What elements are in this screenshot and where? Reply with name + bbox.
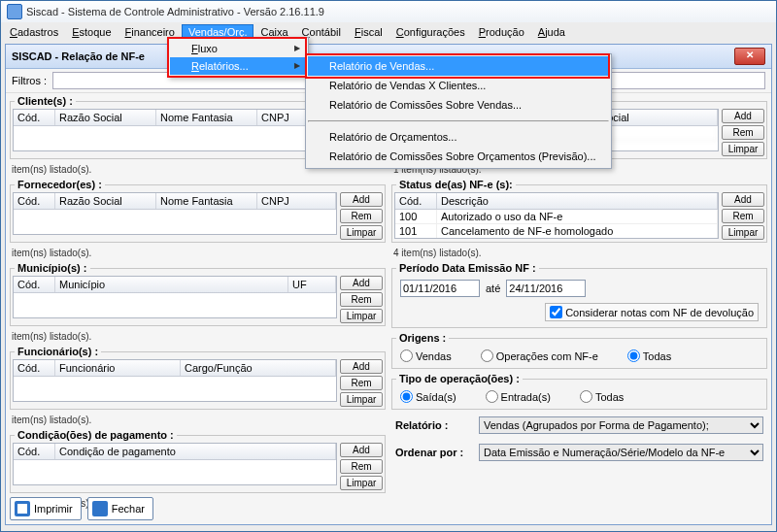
group-tipoop-legend: Tipo de operação(ões) : — [396, 373, 523, 384]
submenu-item-relatriodecomissessobrevendas[interactable]: Relatório de Comissões Sobre Vendas... — [308, 95, 609, 115]
empresas-rem-button[interactable]: Rem — [722, 125, 764, 140]
municipios-rem-button[interactable]: Rem — [340, 292, 383, 307]
condpag-rem-button[interactable]: Rem — [340, 459, 383, 474]
municipios-limpar-button[interactable]: Limpar — [340, 309, 383, 323]
fornecedores-status: item(ns) listado(s). — [10, 247, 386, 258]
considerar-devolucao-check[interactable]: Considerar notas com NF de devolução — [545, 303, 759, 321]
menu-item-fluxo[interactable]: Fluxo — [170, 40, 306, 57]
radio-input[interactable] — [580, 390, 592, 403]
col-header[interactable]: Condição de pagamento — [55, 444, 336, 459]
empresas-add-button[interactable]: Add — [722, 109, 764, 123]
statusnfe-grid[interactable]: Cód.Descrição 100Autorizado o uso da NF-… — [394, 192, 719, 239]
radio-sadas[interactable]: Saída(s) — [400, 390, 456, 403]
periodo-ate-label: até — [486, 283, 500, 294]
menu-cadastros[interactable]: Cadastros — [3, 24, 65, 40]
group-condpag: Condição(ões) de pagamento : Cód.Condiçã… — [10, 429, 386, 493]
funcionarios-limpar-button[interactable]: Limpar — [340, 392, 383, 407]
group-statusnfe-legend: Status de(as) NF-e (s): — [396, 179, 516, 190]
group-periodo: Período Data Emissão NF : até Considerar… — [391, 262, 767, 328]
fechar-label: Fechar — [112, 503, 145, 515]
submenu-item-relatriodevendasxclientes[interactable]: Relatório de Vendas X Clientes... — [308, 76, 609, 95]
group-statusnfe: Status de(as) NF-e (s): Cód.Descrição 10… — [391, 179, 767, 243]
radio-input[interactable] — [400, 349, 413, 362]
ordenar-label: Ordenar por : — [395, 447, 475, 458]
relatorio-label: Relatório : — [395, 419, 475, 431]
radio-vendas[interactable]: Vendas — [400, 349, 452, 362]
fornecedores-add-button[interactable]: Add — [340, 192, 383, 207]
radio-todas[interactable]: Todas — [627, 349, 671, 362]
filtros-label: Filtros : — [12, 75, 47, 86]
col-header[interactable]: Razão Social — [55, 110, 156, 125]
radio-todas[interactable]: Todas — [580, 390, 624, 403]
close-square-icon — [92, 501, 108, 516]
funcionarios-rem-button[interactable]: Rem — [340, 376, 383, 390]
funcionarios-grid[interactable]: Cód.FuncionárioCargo/Função — [13, 359, 337, 402]
col-header[interactable]: Cód. — [395, 193, 437, 209]
col-header[interactable]: Nome Fantasia — [156, 110, 257, 125]
fornecedores-limpar-button[interactable]: Limpar — [340, 225, 383, 240]
considerar-devolucao-checkbox[interactable] — [550, 306, 562, 318]
radio-input[interactable] — [627, 349, 640, 362]
menu-ajuda[interactable]: Ajuda — [531, 24, 572, 40]
empresas-limpar-button[interactable]: Limpar — [722, 142, 764, 156]
table-row[interactable]: 101Cancelamento de NF-e homologado — [395, 224, 718, 239]
close-icon[interactable]: ✕ — [734, 48, 765, 65]
menu-estoque[interactable]: Estoque — [65, 24, 118, 40]
fornecedores-rem-button[interactable]: Rem — [340, 209, 383, 223]
statusnfe-status: 4 item(ns) listado(s). — [391, 247, 767, 258]
condpag-add-button[interactable]: Add — [340, 443, 383, 457]
menu-item-relatrios[interactable]: Relatórios... — [170, 57, 306, 75]
col-header[interactable]: CNPJ — [257, 193, 336, 209]
condpag-grid[interactable]: Cód.Condição de pagamento — [13, 443, 337, 485]
considerar-devolucao-label: Considerar notas com NF de devolução — [565, 307, 754, 318]
table-row[interactable]: 100Autorizado o uso da NF-e — [395, 210, 718, 224]
menu-produo[interactable]: Produção — [472, 24, 531, 40]
fornecedores-grid[interactable]: Cód.Razão SocialNome FantasiaCNPJ — [13, 192, 337, 235]
col-header[interactable]: Cargo/Função — [181, 360, 336, 376]
municipios-add-button[interactable]: Add — [340, 276, 383, 290]
col-header[interactable]: Descrição — [437, 193, 718, 209]
col-header[interactable]: Funcionário — [55, 360, 181, 376]
col-header[interactable]: Cód. — [14, 360, 55, 376]
group-origens-legend: Origens : — [396, 332, 449, 344]
clientes-grid[interactable]: Cód.Razão SocialNome FantasiaCNPJ — [13, 109, 337, 151]
col-header[interactable]: Cód. — [14, 444, 55, 459]
periodo-de-input[interactable] — [400, 280, 480, 297]
col-header[interactable]: UF — [288, 277, 336, 292]
statusnfe-limpar-button[interactable]: Limpar — [722, 225, 764, 240]
statusnfe-rem-button[interactable]: Rem — [722, 209, 764, 223]
radio-entradas[interactable]: Entrada(s) — [486, 390, 551, 403]
col-header[interactable]: Cód. — [14, 193, 55, 209]
relatorio-select[interactable]: Vendas (Agrupados por Forma de Pagamento… — [479, 416, 763, 434]
submenu-item-relatriodevendas[interactable]: Relatório de Vendas... — [308, 56, 609, 76]
col-header[interactable]: Município — [55, 277, 288, 292]
radio-input[interactable] — [486, 390, 498, 403]
fechar-button[interactable]: Fechar — [87, 497, 153, 520]
condpag-limpar-button[interactable]: Limpar — [340, 476, 383, 490]
col-header[interactable]: Razão Social — [55, 193, 156, 209]
group-municipios: Município(s) : Cód.MunicípioUF Add Rem L… — [10, 262, 386, 326]
radio-input[interactable] — [400, 390, 413, 403]
municipios-grid[interactable]: Cód.MunicípioUF — [13, 276, 337, 318]
app-title: Siscad - Sistema de Controle Administrat… — [26, 6, 324, 17]
imprimir-button[interactable]: Imprimir — [10, 497, 82, 520]
relatorios-submenu[interactable]: Relatório de Vendas...Relatório de Venda… — [305, 53, 612, 169]
imprimir-label: Imprimir — [34, 503, 73, 515]
group-periodo-legend: Período Data Emissão NF : — [396, 262, 539, 274]
radio-input[interactable] — [481, 349, 493, 362]
menu-configuraes[interactable]: Configurações — [389, 24, 472, 40]
submenu-item-relatriodecomissessobreoramentospreviso[interactable]: Relatório de Comissões Sobre Orçamentos … — [308, 147, 609, 166]
funcionarios-add-button[interactable]: Add — [340, 359, 383, 374]
menu-fiscal[interactable]: Fiscal — [348, 24, 389, 40]
submenu-item-relatriodeoramentos[interactable]: Relatório de Orçamentos... — [308, 127, 609, 147]
statusnfe-add-button[interactable]: Add — [722, 192, 764, 207]
col-header[interactable]: Cód. — [14, 110, 55, 125]
group-fornecedores: Fornecedor(es) : Cód.Razão SocialNome Fa… — [10, 179, 386, 243]
radio-operaescomnfe[interactable]: Operações com NF-e — [481, 349, 598, 362]
col-header[interactable]: Nome Fantasia — [156, 193, 257, 209]
col-header[interactable]: Cód. — [14, 277, 55, 292]
app-icon — [7, 4, 22, 19]
vendas-menu[interactable]: FluxoRelatórios... — [167, 37, 309, 78]
periodo-ate-input[interactable] — [506, 280, 586, 297]
ordenar-select[interactable]: Data Emissão e Numeração/Série/Modelo da… — [479, 444, 763, 461]
